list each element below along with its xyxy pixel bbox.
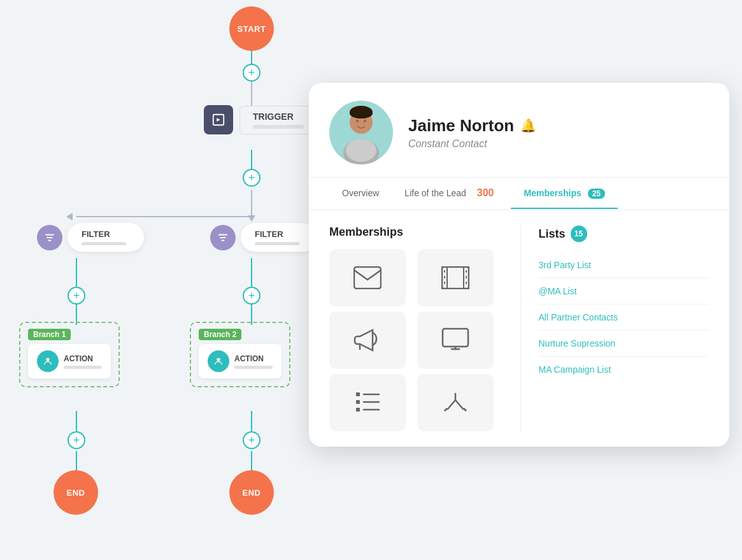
add-btn-2[interactable]: + (243, 169, 260, 187)
header-info: Jaime Norton 🔔 Constant Contact (408, 116, 536, 150)
plus-button-5[interactable]: + (68, 431, 85, 449)
split-icon (441, 390, 469, 415)
plus-button-3[interactable]: + (68, 287, 85, 305)
plus-button-2[interactable]: + (243, 169, 260, 187)
action-sub-1 (64, 366, 102, 369)
tab-life-of-lead[interactable]: Life of the Lead 300 (392, 178, 511, 210)
trigger-node: TRIGGER (204, 105, 317, 134)
filter-sub-left (82, 242, 126, 245)
membership-card-film[interactable] (417, 249, 494, 306)
svg-rect-33 (444, 282, 445, 284)
add-btn-1[interactable]: + (243, 64, 260, 82)
list-item-nurture[interactable]: Nurture Supression (539, 331, 710, 357)
membership-grid (329, 249, 500, 431)
svg-rect-36 (466, 282, 467, 284)
svg-rect-34 (466, 270, 467, 273)
svg-marker-6 (66, 213, 73, 220)
svg-marker-7 (248, 215, 255, 222)
card-body: Memberships (309, 210, 729, 447)
plus-button-6[interactable]: + (243, 431, 260, 449)
filter-sub-right (255, 242, 299, 245)
svg-rect-40 (356, 400, 360, 404)
trigger-icon (204, 105, 233, 134)
action-node-1: ACTION (28, 344, 111, 378)
filter-pill-right: FILTER (241, 223, 317, 252)
list-item-3rd-party[interactable]: 3rd Party List (539, 252, 710, 278)
trigger-label-box: TRIGGER (239, 106, 317, 134)
svg-rect-31 (444, 270, 445, 273)
notification-bell-icon[interactable]: 🔔 (520, 118, 536, 133)
plus-button-1[interactable]: + (243, 64, 260, 82)
life-of-lead-badge: 300 (473, 187, 499, 199)
trigger-sub (253, 125, 304, 129)
list-item-ma-campaign[interactable]: MA Campaign List (539, 357, 710, 382)
list-item-ma-list[interactable]: @MA List (539, 278, 710, 305)
action-sub-2 (234, 366, 273, 369)
membership-card-split[interactable] (417, 374, 494, 431)
lists-count-badge: 15 (571, 226, 587, 242)
film-icon (441, 266, 469, 289)
monitor-icon (441, 327, 469, 353)
svg-point-18 (217, 358, 220, 361)
filter-pill-left: FILTER (68, 223, 144, 252)
branch2-container: Branch 2 ACTION (190, 322, 290, 387)
svg-point-17 (46, 358, 49, 361)
end-node-left: END (54, 470, 98, 515)
start-circle: START (229, 6, 274, 51)
workflow-canvas: START + TRIGGER + (0, 0, 293, 560)
filter-node-right: FILTER (210, 223, 317, 252)
end-node-right: END (229, 470, 274, 515)
add-btn-5[interactable]: + (68, 431, 85, 449)
start-node: START (229, 6, 274, 51)
branch2-box: Branch 2 ACTION (190, 322, 290, 387)
svg-rect-42 (356, 408, 360, 412)
svg-point-24 (364, 120, 366, 122)
avatar (329, 101, 393, 164)
add-btn-4[interactable]: + (243, 287, 260, 305)
lists-header: Lists 15 (539, 226, 710, 242)
memberships-section: Memberships (329, 226, 500, 431)
add-btn-6[interactable]: + (243, 431, 260, 449)
svg-rect-35 (466, 276, 467, 278)
card-header: Jaime Norton 🔔 Constant Contact (309, 83, 729, 178)
action-icon-1 (37, 350, 59, 372)
branch1-box: Branch 1 ACTION (19, 322, 120, 387)
svg-point-23 (356, 120, 359, 122)
svg-point-26 (350, 108, 373, 118)
list-icon (355, 391, 380, 414)
list-item-all-partner[interactable]: All Partner Contacts (539, 305, 710, 331)
end-circle-left: END (54, 470, 98, 515)
tab-memberships[interactable]: Memberships 25 (511, 179, 618, 209)
svg-rect-27 (354, 267, 381, 289)
card-tabs: Overview Life of the Lead 300 Membership… (309, 178, 729, 210)
avatar-image (329, 101, 393, 164)
contact-card-panel: Jaime Norton 🔔 Constant Contact Overview… (309, 83, 729, 447)
filter-icon-right (210, 225, 236, 250)
svg-rect-38 (356, 392, 360, 396)
filter-node-left: FILTER (37, 223, 144, 252)
svg-rect-37 (443, 329, 468, 347)
membership-card-list[interactable] (329, 374, 406, 431)
memberships-badge: 25 (588, 189, 605, 199)
filter-icon-left (37, 225, 62, 250)
membership-card-monitor[interactable] (417, 312, 494, 369)
action-node-2: ACTION (199, 344, 282, 378)
plus-button-4[interactable]: + (243, 287, 260, 305)
branch1-container: Branch 1 ACTION (19, 322, 120, 387)
email-icon (353, 266, 382, 289)
contact-name: Jaime Norton 🔔 (408, 116, 536, 136)
contact-company: Constant Contact (408, 138, 536, 150)
lists-section: Lists 15 3rd Party List @MA List All Par… (520, 226, 710, 431)
lists-title: Lists (539, 227, 566, 241)
memberships-title: Memberships (329, 226, 500, 239)
svg-point-22 (346, 139, 376, 162)
tab-overview[interactable]: Overview (329, 179, 392, 208)
membership-card-email[interactable] (329, 249, 406, 306)
svg-rect-32 (444, 276, 445, 278)
megaphone-icon (353, 327, 382, 353)
membership-card-megaphone[interactable] (329, 312, 406, 369)
action-icon-2 (208, 350, 229, 372)
svg-rect-28 (442, 267, 469, 289)
add-btn-3[interactable]: + (68, 287, 85, 305)
end-circle-right: END (229, 470, 274, 515)
